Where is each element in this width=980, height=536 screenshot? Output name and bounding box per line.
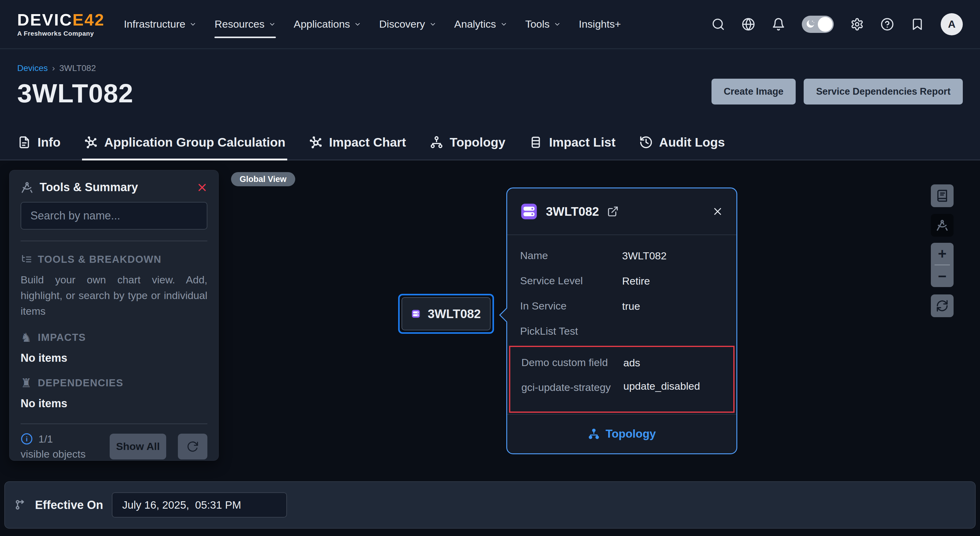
compass-icon — [936, 219, 949, 232]
zoom-control: + − — [931, 243, 954, 287]
breadcrumb-devices-link[interactable]: Devices — [17, 63, 48, 73]
menu-resources[interactable]: Resources — [215, 18, 276, 30]
close-icon[interactable] — [712, 206, 724, 217]
popup-header: 3WLT082 — [507, 188, 737, 235]
sitemap-icon — [430, 135, 444, 149]
popup-title: 3WLT082 — [546, 205, 599, 219]
chevron-down-icon — [354, 21, 361, 28]
breadcrumb-current: 3WLT082 — [59, 63, 96, 73]
legend-button[interactable] — [931, 184, 954, 207]
zoom-out-button[interactable]: − — [931, 265, 954, 287]
server-icon — [520, 203, 538, 220]
chevron-down-icon — [269, 21, 276, 28]
detail-row-picklist-test: PickList Test — [520, 319, 724, 344]
tab-bar: Info Application Group Calculation Impac… — [0, 125, 980, 160]
canvas-toolbar: + − — [931, 184, 954, 317]
menu-applications[interactable]: Applications — [294, 18, 361, 30]
impacts-heading: ♞ IMPACTS — [21, 331, 207, 344]
device-node: 3WLT082 — [401, 297, 491, 330]
bell-icon[interactable] — [772, 18, 785, 31]
tools-panel-header: Tools & Summary — [21, 181, 207, 194]
rows-icon — [529, 135, 543, 149]
menu-analytics[interactable]: Analytics — [454, 18, 508, 30]
breadcrumb-separator: › — [52, 63, 55, 73]
tools-breakdown-heading: TOOLS & BREAKDOWN — [21, 254, 207, 265]
device42-logo[interactable]: DEVICE42 A Freshworks Company — [17, 11, 105, 37]
nav-actions: A — [711, 13, 963, 35]
tab-audit-logs[interactable]: Audit Logs — [639, 125, 725, 160]
tab-impact-chart[interactable]: Impact Chart — [309, 125, 406, 160]
history-icon — [639, 135, 653, 149]
logo-accent: E42 — [73, 10, 105, 29]
impacts-empty-state: No items — [21, 352, 207, 365]
chevron-down-icon — [554, 21, 561, 28]
theme-toggle[interactable] — [802, 16, 834, 33]
chevron-down-icon — [189, 21, 197, 28]
server-icon — [411, 304, 420, 323]
sitemap-icon — [588, 428, 600, 440]
dependencies-heading: ♜ DEPENDENCIES — [21, 377, 207, 389]
menu-insights[interactable]: Insights+ — [579, 18, 621, 30]
effective-on-datetime-input[interactable] — [112, 492, 287, 518]
list-tree-icon — [21, 254, 32, 265]
popup-topology-link[interactable]: Topology — [507, 414, 737, 453]
bookmark-icon[interactable] — [910, 18, 924, 31]
tab-impact-list[interactable]: Impact List — [529, 125, 615, 160]
rook-icon: ♜ — [21, 377, 32, 389]
chart-canvas[interactable]: Global View Tools & Summary TOOLS & BREA… — [0, 160, 980, 536]
tools-panel-footer: 1/1 visible objects Show All — [21, 433, 207, 460]
search-input[interactable] — [21, 202, 207, 230]
info-icon — [21, 433, 33, 445]
book-icon — [936, 189, 949, 202]
globe-icon[interactable] — [741, 18, 755, 31]
search-icon[interactable] — [711, 18, 725, 31]
sync-icon — [936, 299, 949, 312]
refresh-button[interactable] — [178, 434, 207, 459]
device-node-selected[interactable]: 3WLT082 — [398, 294, 494, 334]
visible-objects-count: 1/1 visible objects — [21, 433, 110, 460]
tab-application-group-calculation[interactable]: Application Group Calculation — [84, 125, 285, 160]
tab-info[interactable]: Info — [17, 125, 60, 160]
chevron-down-icon — [429, 21, 436, 28]
tab-topology[interactable]: Topology — [430, 125, 505, 160]
moon-icon — [805, 19, 816, 30]
detail-row-in-service: In Service true — [520, 294, 724, 319]
gear-icon[interactable] — [850, 18, 864, 31]
detail-row-name: Name 3WLT082 — [520, 243, 724, 268]
show-all-button[interactable]: Show All — [110, 434, 166, 459]
hub-icon — [309, 135, 323, 149]
logo-text: DEVICE42 — [17, 11, 105, 28]
menu-tools[interactable]: Tools — [525, 18, 561, 30]
header-actions: Create Image Service Dependencies Report — [711, 79, 963, 104]
breadcrumb: Devices › 3WLT082 — [17, 63, 963, 73]
zoom-in-button[interactable]: + — [931, 243, 954, 265]
detail-row-service-level: Service Level Retire — [520, 268, 724, 294]
knight-icon: ♞ — [21, 331, 32, 344]
top-nav: DEVICE42 A Freshworks Company Infrastruc… — [0, 0, 980, 49]
external-link-icon[interactable] — [607, 206, 619, 217]
detail-row-gci-update-strategy: gci-update-strategy update_disabled — [521, 375, 722, 405]
create-image-button[interactable]: Create Image — [711, 79, 796, 104]
hub-icon — [84, 135, 98, 149]
device-detail-popup: 3WLT082 Name 3WLT082 Service Level Retir… — [506, 187, 737, 454]
tools-summary-toggle-button[interactable] — [931, 214, 954, 237]
custom-fields-highlight-box: Demo custom field ads gci-update-strateg… — [509, 346, 735, 413]
compass-icon — [21, 181, 33, 194]
toggle-knob — [818, 17, 832, 32]
menu-discovery[interactable]: Discovery — [379, 18, 436, 30]
service-dependencies-report-button[interactable]: Service Dependencies Report — [803, 79, 963, 104]
tools-breakdown-description: Build your own chart view. Add, highligh… — [21, 272, 207, 319]
refresh-icon — [186, 440, 199, 453]
file-icon — [17, 135, 31, 149]
user-avatar[interactable]: A — [941, 13, 963, 35]
chevron-down-icon — [500, 21, 508, 28]
main-menu: Infrastructure Resources Applications Di… — [124, 18, 621, 30]
logo-tagline: A Freshworks Company — [17, 30, 105, 37]
sync-button[interactable] — [931, 294, 954, 317]
global-view-badge: Global View — [231, 172, 295, 186]
close-icon[interactable] — [197, 182, 207, 193]
divider — [21, 241, 207, 241]
timeline-icon — [15, 498, 28, 512]
help-icon[interactable] — [880, 18, 894, 31]
menu-infrastructure[interactable]: Infrastructure — [124, 18, 197, 30]
